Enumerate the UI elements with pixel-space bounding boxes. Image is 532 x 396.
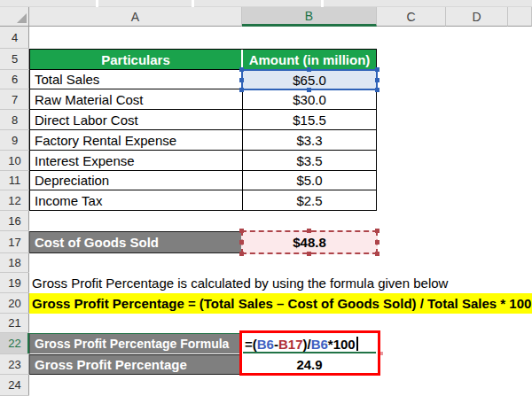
cell-a8-label[interactable]: Direct Labor Cost (30, 110, 243, 129)
cell-a10-label[interactable]: Interest Expense (30, 151, 243, 170)
selection-handle[interactable] (239, 252, 244, 256)
row-header-20[interactable]: 20 (0, 293, 29, 314)
selection-handle[interactable] (307, 67, 311, 72)
header-cell-particulars[interactable]: Particulars (30, 50, 243, 69)
cell-a17-cogs-label[interactable]: Cost of Goods Sold (29, 231, 242, 253)
selection-handle[interactable] (307, 252, 311, 256)
table-row: Direct Labor Cost $15.5 (29, 110, 377, 130)
row-header-5[interactable]: 5 (0, 49, 29, 70)
row-header-11[interactable]: 11 (0, 171, 29, 190)
cell-a23-result-label[interactable]: Gross Profit Percentage (29, 354, 242, 375)
row-header-7[interactable]: 7 (0, 89, 29, 110)
cell-b10-value[interactable]: $3.5 (243, 151, 376, 170)
row-header-9[interactable]: 9 (0, 130, 29, 151)
formula-bar-divider (96, 0, 98, 7)
cell-b12-value[interactable]: $2.5 (243, 190, 376, 210)
cell-b7-value[interactable]: $30.0 (243, 89, 376, 109)
cell-b8-value[interactable]: $15.5 (243, 110, 376, 129)
formula-bar-edge (0, 0, 532, 7)
table-row: Factory Rental Expense $3.3 (29, 130, 377, 151)
table-row: Depreciation $5.0 (29, 171, 377, 190)
selection-handle[interactable] (239, 88, 244, 92)
cell-a7-label[interactable]: Raw Material Cost (30, 89, 243, 109)
row-header-6[interactable]: 6 (0, 70, 29, 89)
cell-a11-label[interactable]: Depreciation (30, 171, 243, 190)
selection-handle[interactable] (307, 229, 311, 233)
cell-a9-label[interactable]: Factory Rental Expense (30, 130, 243, 150)
row-header-8[interactable]: 8 (0, 110, 29, 130)
selection-handle[interactable] (375, 229, 379, 233)
column-header-c[interactable]: C (377, 7, 446, 27)
row-header-16[interactable]: 16 (0, 211, 29, 231)
selection-handle[interactable] (375, 252, 379, 256)
row-header-4[interactable]: 4 (0, 27, 29, 49)
row-header-18[interactable]: 18 (0, 253, 29, 273)
row-header-10[interactable]: 10 (0, 151, 29, 171)
formula-bar-divider (192, 0, 194, 7)
row-header-24[interactable]: 24 (0, 375, 29, 396)
cell-b9-value[interactable]: $3.3 (243, 130, 376, 150)
formula-definition-highlight: Gross Profit Percentage = (Total Sales –… (29, 293, 532, 314)
row-header-17[interactable]: 17 (0, 231, 29, 253)
selection-handle[interactable] (239, 240, 244, 245)
cell-a22-formula-label[interactable]: Gross Profit Percentage Formula (29, 333, 242, 354)
cell-a6-label[interactable]: Total Sales (30, 70, 243, 89)
explanation-text: Gross Profit Percentage is calculated by… (32, 273, 448, 293)
select-all-triangle-icon (17, 13, 27, 23)
cell-b11-value[interactable]: $5.0 (243, 171, 376, 190)
column-header-a[interactable]: A (29, 7, 242, 27)
column-header-e-partial[interactable] (508, 7, 532, 27)
row-header-23[interactable]: 23 (0, 354, 29, 375)
selection-handle[interactable] (375, 240, 379, 245)
formula-bar-divider (321, 0, 324, 7)
row-header-12[interactable]: 12 (0, 190, 29, 211)
table-row: Raw Material Cost $30.0 (29, 89, 377, 110)
spreadsheet-window: A B C D 4 5 6 7 8 9 10 11 12 16 17 18 19… (0, 0, 532, 396)
selection-handle[interactable] (375, 78, 379, 82)
select-all-corner[interactable] (0, 7, 29, 27)
row-header-19[interactable]: 19 (0, 273, 29, 293)
table-header-row: Particulars Amount (in million) (29, 49, 377, 70)
selection-handle[interactable] (239, 78, 244, 82)
selection-handle[interactable] (239, 67, 244, 72)
column-header-d[interactable]: D (446, 7, 508, 27)
table-row: Interest Expense $3.5 (29, 151, 377, 171)
red-annotation-box (239, 330, 380, 376)
selection-handle[interactable] (239, 229, 244, 233)
cell-a12-label[interactable]: Income Tax (30, 190, 243, 210)
cell-b17-selected-reference[interactable]: $48.8 (241, 230, 378, 254)
row-header-21[interactable]: 21 (0, 314, 29, 333)
table-row: Income Tax $2.5 (29, 190, 377, 211)
header-cell-amount[interactable]: Amount (in million) (243, 50, 376, 69)
selection-handle[interactable] (375, 88, 379, 92)
column-header-b-selected[interactable]: B (242, 7, 377, 27)
selection-handle[interactable] (375, 67, 379, 72)
selection-handle[interactable] (307, 88, 311, 92)
row-header-22-active[interactable]: 22 (0, 333, 29, 354)
